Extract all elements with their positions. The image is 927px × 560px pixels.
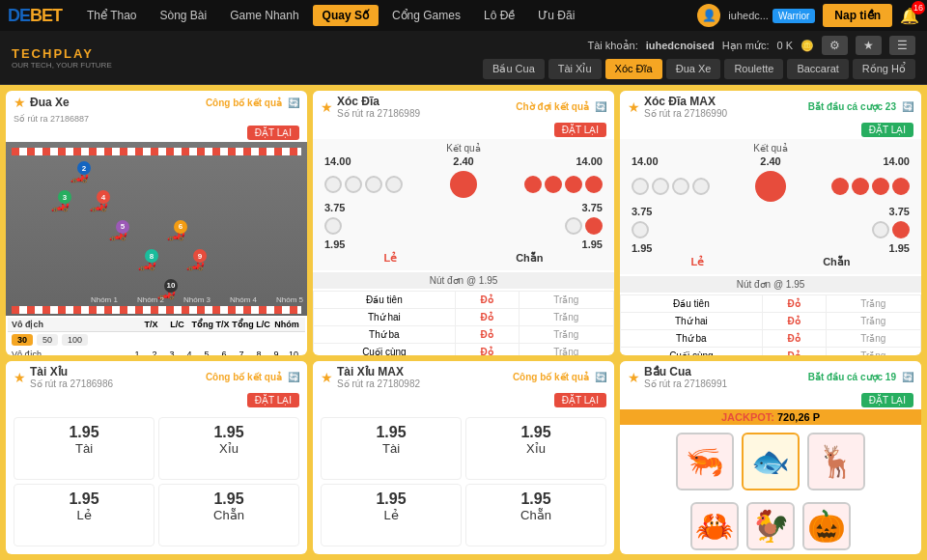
bau-icon-chicken[interactable]: 🐓 <box>746 502 795 550</box>
bau-icon-deer[interactable]: 🦌 <box>807 433 865 490</box>
tai-xiu-round: Số rút ra 27186986 <box>30 378 113 389</box>
table-row: Đầu tiên Đỏ Trắng <box>621 295 921 313</box>
star-icon[interactable]: ★ <box>856 36 882 55</box>
xiu-max-cell[interactable]: 1.95 Xỉu <box>465 417 606 480</box>
tai-cell[interactable]: 1.95 Tài <box>14 417 154 480</box>
logo: DEBET <box>8 6 62 26</box>
nav-game-nhanh[interactable]: Game Nhanh <box>220 5 308 26</box>
bau-cua-icons: 🦐 🐟 🦌 <box>620 425 921 498</box>
dua-xe-round: Số rút ra 27186887 <box>6 114 307 126</box>
bau-icon-shrimp[interactable]: 🦐 <box>676 433 734 490</box>
coin-r2 <box>545 176 562 193</box>
tai-xiu-name: Tài Xỉu <box>30 365 113 378</box>
tab-rong-ho[interactable]: Rồng Hổ <box>853 59 915 79</box>
table-row: Thứ ba Đỏ Trắng <box>621 330 921 348</box>
dua-xe-name: Đua Xe <box>30 96 70 109</box>
race-track: 🏎️ 2 🏎️ 3 🏎️ 4 🏎️ 5 🏎️ 6 <box>6 142 307 316</box>
xoc-max-name: Xóc Đĩa MAX <box>644 95 727 108</box>
row-50[interactable]: 50 <box>37 334 58 346</box>
main-header: DEBET Thể Thao Sòng Bài Game Nhanh Quay … <box>0 0 927 31</box>
coin-red-big <box>450 171 477 198</box>
avatar: 👤 <box>697 4 720 27</box>
tai-xiu-dat-lai[interactable]: ĐẶT LẠI <box>247 393 299 407</box>
le-cell[interactable]: 1.95 Lẻ <box>14 484 154 546</box>
xoc-odds-right: 14.00 <box>576 155 603 167</box>
xoc-max-bet-btn[interactable]: ĐẶT LẠI <box>861 123 913 137</box>
xoc-dia-card: ★ Xóc Đĩa Số rút ra 27186989 Chờ đợi kết… <box>313 91 614 355</box>
xoc-dia-name: Xóc Đĩa <box>337 95 420 108</box>
xoc-dia-star: ★ <box>321 99 333 115</box>
nav-the-thao[interactable]: Thể Thao <box>77 5 146 26</box>
bau-cua-status: Bắt đầu cá cược 19 <box>808 372 896 382</box>
nav-uu-dai[interactable]: Ưu Đãi <box>528 5 584 26</box>
xoc-odds-right2: 3.75 <box>582 202 603 213</box>
nut-don-label: Nút đơn @ 1.95 <box>313 272 614 289</box>
coin-icon: 🪙 <box>801 40 814 52</box>
tai-max-cell[interactable]: 1.95 Tài <box>321 417 462 480</box>
main-content: ★ Đua Xe Công bố kết quả 🔄 Số rút ra 271… <box>0 85 927 560</box>
tab-xoc-dia[interactable]: Xóc Đĩa <box>605 59 662 79</box>
bau-cua-name: Bầu Cua <box>644 365 727 378</box>
header-right: 👤 iuhedc... Warrior Nap tiền 🔔 16 <box>697 4 919 27</box>
tab-tai-xiu[interactable]: Tài Xỉu <box>548 59 602 79</box>
account-name: iuhedcnoised <box>646 40 715 51</box>
row-30[interactable]: 30 <box>12 334 33 346</box>
vo-dich-row: Vô địch 1 2 3 4 5 6 7 8 9 10 <box>8 348 305 355</box>
table-row: Đầu tiên Đỏ Trắng <box>314 292 614 309</box>
game-tabs: Bầu Cua Tài Xỉu Xóc Đĩa Đua Xe Roulette … <box>483 59 915 79</box>
bau-icon-fish[interactable]: 🐟 <box>742 433 800 490</box>
tai-xiu-max-name: Tài Xỉu MAX <box>337 365 420 378</box>
tab-baccarat[interactable]: Baccarat <box>787 59 848 79</box>
tai-xiu-max-star: ★ <box>321 370 333 385</box>
tai-xiu-card: ★ Tài Xỉu Số rút ra 27186986 Công bố kết… <box>6 361 307 554</box>
race-result-area: Vô địch T/X L/C Tổng T/X Tổng L/C Nhóm 3… <box>6 316 307 355</box>
chan-max-cell[interactable]: 1.95 Chẵn <box>465 484 606 546</box>
han-muc-value: 0 K <box>776 40 793 51</box>
xoc-dia-table: Đầu tiên Đỏ Trắng Thứ hai Đỏ Trắng Thứ b… <box>313 291 614 355</box>
row-100[interactable]: 100 <box>62 334 88 346</box>
bau-cua-card: ★ Bầu Cua Số rút ra 27186991 Bắt đầu cá … <box>620 361 921 554</box>
xiu-cell[interactable]: 1.95 Xỉu <box>158 417 299 480</box>
le-label: Lẻ <box>383 252 397 265</box>
bau-cua-bet-btn[interactable]: ĐẶT LẠI <box>861 393 913 407</box>
tai-xiu-max-round: Số rút ra 27180982 <box>337 378 420 389</box>
techplay-text: TECHPLAY <box>12 46 112 61</box>
xoc-max-result: Kết quả 14.00 2.40 14.00 <box>620 139 921 274</box>
techplay-logo: TECHPLAY OUR TECH, YOUR FUTURE <box>12 46 112 70</box>
chan-cell[interactable]: 1.95 Chẵn <box>158 484 299 546</box>
le-max-cell[interactable]: 1.95 Lẻ <box>321 484 462 546</box>
nav-song-bai[interactable]: Sòng Bài <box>151 5 217 26</box>
nav-lo-de[interactable]: Lô Đề <box>474 5 524 26</box>
nav-cong-games[interactable]: Cổng Games <box>382 5 470 26</box>
dat-lai-button[interactable]: ĐẶT LẠI <box>247 126 299 140</box>
coin-r1 <box>524 176 542 193</box>
menu-icon[interactable]: ☰ <box>889 36 915 55</box>
tai-xiu-max-status: Công bố kết quả <box>513 372 589 382</box>
tab-dua-xe[interactable]: Đua Xe <box>666 59 721 79</box>
bau-icon-crab[interactable]: 🦀 <box>690 502 739 550</box>
coin-r3 <box>565 176 582 193</box>
tab-bau-cua[interactable]: Bầu Cua <box>483 59 545 79</box>
dua-xe-header: ★ Đua Xe Công bố kết quả 🔄 <box>6 91 307 114</box>
coin-w3 <box>365 176 382 193</box>
nav-menu: Thể Thao Sòng Bài Game Nhanh Quay Số Cổn… <box>77 5 584 26</box>
tai-xiu-max-dat-lai[interactable]: ĐẶT LẠI <box>554 393 606 407</box>
tai-xiu-max-card: ★ Tài Xỉu MAX Số rút ra 27180982 Công bố… <box>313 361 614 554</box>
warrior-badge: Warrior <box>772 9 815 23</box>
bau-cua-star: ★ <box>628 370 640 385</box>
nap-tien-button[interactable]: Nap tiền <box>823 4 892 27</box>
tai-xiu-star: ★ <box>14 370 26 385</box>
nav-quay-so[interactable]: Quay Số <box>313 5 379 26</box>
notification-badge: 16 <box>912 1 925 14</box>
xoc-max-le: Lẻ <box>690 256 704 268</box>
bau-icon-gourd[interactable]: 🎃 <box>802 502 851 550</box>
chan-label: Chẵn <box>516 252 543 265</box>
xoc-dia-dat-lai[interactable]: ĐẶT LẠI <box>554 123 606 137</box>
tab-roulette[interactable]: Roulette <box>724 59 783 79</box>
coin-w1 <box>324 176 342 193</box>
xoc-max-nut-don: Nút đơn @ 1.95 <box>620 276 921 293</box>
settings-icon[interactable]: ⚙ <box>822 36 848 55</box>
han-muc-label: Hạn mức: <box>722 40 770 52</box>
xoc-max-table: Đầu tiên Đỏ Trắng Thứ hai Đỏ Trắng Thứ b… <box>620 294 921 355</box>
user-info: iuhedc... Warrior <box>728 9 815 23</box>
